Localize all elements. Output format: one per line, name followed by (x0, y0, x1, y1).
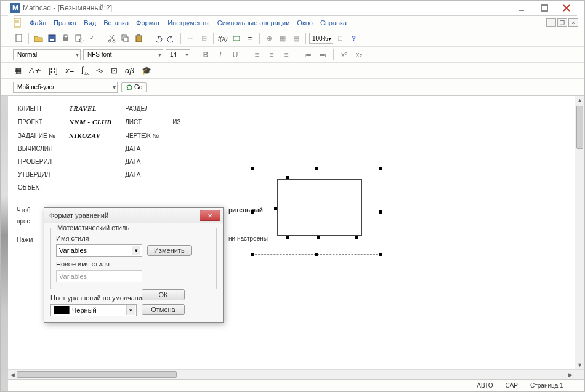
underline-button[interactable]: U (229, 49, 241, 61)
print-preview-button[interactable] (73, 32, 85, 44)
change-button[interactable]: Изменить (147, 245, 192, 256)
copy-button[interactable] (119, 32, 131, 44)
new-style-input[interactable] (56, 270, 142, 282)
vscroll-thumb[interactable] (576, 106, 583, 149)
bullet-list-button[interactable]: ≔ (302, 49, 314, 61)
calculator-palette-button[interactable]: ▦ (13, 66, 23, 75)
handle-axis-2[interactable] (286, 236, 289, 239)
redo-button[interactable] (165, 32, 177, 44)
number-list-button[interactable]: ≕ (317, 49, 329, 61)
italic-button[interactable]: I (214, 49, 227, 61)
align-center-button[interactable]: ≡ (265, 49, 278, 61)
handle-bl[interactable] (251, 253, 254, 256)
body-text-3: Нажм (17, 236, 33, 243)
svg-rect-9 (64, 35, 67, 38)
insert-table-button[interactable]: ▤ (290, 32, 302, 44)
subscript-button[interactable]: x₂ (353, 49, 365, 61)
separate-regions-button[interactable]: ⊟ (198, 32, 210, 44)
insert-function-button[interactable]: f(x) (217, 32, 229, 44)
horizontal-scrollbar[interactable]: ◀ ▶ (8, 369, 584, 379)
handle-axis-1[interactable] (274, 207, 277, 210)
handle-axis-5[interactable] (286, 176, 289, 179)
color-swatch (54, 306, 70, 314)
scroll-up-icon[interactable]: ▲ (575, 96, 584, 105)
spell-check-button[interactable]: ✓ (86, 32, 99, 44)
handle-axis-4[interactable] (355, 236, 358, 239)
programming-palette-button[interactable]: ⊡ (110, 66, 119, 75)
insert-unit-button[interactable] (230, 32, 243, 44)
menu-symbolics[interactable]: Символьные операции (216, 19, 292, 26)
paste-button[interactable] (132, 32, 145, 44)
menu-edit[interactable]: Правка (52, 19, 78, 26)
web-url-combo[interactable]: Мой веб-узел▾ (13, 82, 118, 93)
hscroll-thumb[interactable] (17, 371, 177, 378)
mdi-close-button[interactable]: × (568, 18, 578, 27)
go-button[interactable]: Go (121, 82, 147, 92)
handle-tc[interactable] (315, 167, 318, 170)
font-combo[interactable]: NFS font▾ (83, 49, 163, 60)
bold-button[interactable]: B (200, 49, 212, 61)
calculate-button[interactable]: = (244, 32, 256, 44)
help-button[interactable]: ? (348, 32, 360, 44)
handle-bc[interactable] (315, 253, 318, 256)
greek-palette-button[interactable]: αβ (124, 66, 135, 75)
svg-text:✓: ✓ (89, 35, 94, 41)
style-combo[interactable]: Normal▾ (13, 49, 81, 60)
handle-br[interactable] (379, 253, 382, 256)
scroll-left-icon[interactable]: ◀ (8, 370, 17, 379)
style-name-combo[interactable]: Variables▾ (56, 244, 142, 257)
menu-format[interactable]: Формат (134, 19, 162, 26)
open-button[interactable] (32, 32, 44, 44)
toggle-nonprinting-button[interactable]: □ (334, 32, 347, 44)
undo-button[interactable] (151, 32, 164, 44)
plot-region[interactable] (252, 169, 381, 255)
math-toolbar: ▦ A≁ [∷] x= ∫dx ≤≥ ⊡ αβ 🎓 (1, 63, 584, 79)
align-regions-button[interactable]: ┉ (184, 32, 196, 44)
menu-tools[interactable]: Инструменты (166, 19, 212, 26)
dialog-close-button[interactable]: ✕ (200, 210, 220, 221)
matrix-palette-button[interactable]: [∷] (47, 66, 59, 75)
boolean-palette-button[interactable]: ≤≥ (95, 66, 105, 75)
print-button[interactable] (59, 32, 71, 44)
menu-insert[interactable]: Вставка (102, 19, 131, 26)
handle-axis-3[interactable] (317, 236, 320, 239)
cut-button[interactable] (105, 32, 118, 44)
close-button[interactable] (560, 3, 573, 13)
insert-hyperlink-button[interactable]: ⊕ (263, 32, 275, 44)
body-text-1a: Чтоб (17, 207, 30, 214)
mdi-restore-button[interactable]: ❐ (557, 18, 567, 27)
dialog-title: Формат уравнений (49, 212, 108, 219)
svg-rect-19 (233, 36, 240, 41)
save-button[interactable] (46, 32, 58, 44)
scroll-right-icon[interactable]: ▶ (566, 370, 575, 379)
superscript-button[interactable]: x² (338, 49, 350, 61)
handle-tl[interactable] (251, 167, 254, 170)
minimize-button[interactable] (515, 3, 529, 13)
vertical-scrollbar[interactable]: ▲ ▼ (575, 96, 584, 369)
mdi-minimize-button[interactable]: – (546, 18, 556, 27)
graph-palette-button[interactable]: A≁ (28, 66, 42, 75)
insert-component-button[interactable]: ▦ (276, 32, 289, 44)
scroll-down-icon[interactable]: ▼ (575, 361, 584, 369)
calculus-palette-button[interactable]: ∫dx (80, 65, 90, 76)
align-left-button[interactable]: ≡ (251, 49, 263, 61)
menu-view[interactable]: Вид (82, 19, 98, 26)
symbolic-palette-button[interactable]: 🎓 (140, 66, 153, 75)
menu-file[interactable]: Файл (28, 19, 48, 26)
menu-window[interactable]: Окно (295, 19, 315, 26)
maximize-button[interactable] (538, 3, 551, 13)
color-combo[interactable]: Черный▾ (50, 304, 137, 316)
web-toolbar: Мой веб-узел▾ Go (1, 79, 584, 96)
ok-button[interactable]: ОК (142, 289, 185, 300)
handle-tr[interactable] (379, 167, 382, 170)
align-right-button[interactable]: ≡ (280, 49, 292, 61)
new-button[interactable] (13, 32, 25, 44)
cancel-button[interactable]: Отмена (142, 304, 185, 315)
zoom-combo[interactable]: 100%▾ (309, 33, 333, 44)
fontsize-combo[interactable]: 14▾ (166, 49, 190, 60)
equation-format-dialog: Формат уравнений ✕ Математический стиль … (44, 207, 224, 323)
handle-ml[interactable] (251, 210, 254, 214)
evaluation-palette-button[interactable]: x= (64, 66, 75, 75)
menu-help[interactable]: Справка (318, 19, 349, 26)
handle-mr[interactable] (379, 210, 382, 214)
